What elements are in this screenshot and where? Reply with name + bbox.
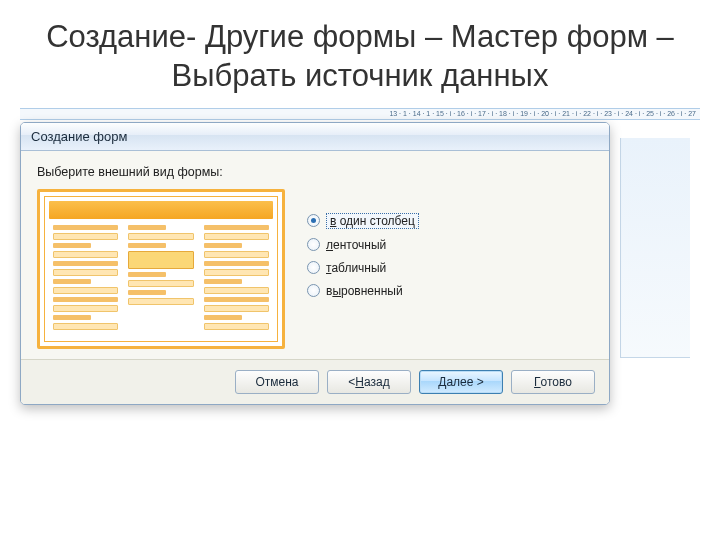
option-label: выровненный xyxy=(326,284,403,298)
finish-button[interactable]: Готово xyxy=(511,370,595,394)
worksheet-background xyxy=(620,138,690,358)
radio-icon xyxy=(307,238,320,251)
option-label: ленточный xyxy=(326,238,386,252)
instruction-text: Выберите внешний вид формы: xyxy=(37,165,593,179)
option-columnar[interactable]: в один столбец xyxy=(307,213,419,229)
layout-preview xyxy=(37,189,285,349)
next-button[interactable]: Далее > xyxy=(419,370,503,394)
option-tabular[interactable]: ленточный xyxy=(307,238,419,252)
option-datasheet[interactable]: табличный xyxy=(307,261,419,275)
dialog-body: Выберите внешний вид формы: xyxy=(21,151,609,359)
layout-options: в один столбец ленточный табличный выров… xyxy=(307,189,419,298)
dialog-title: Создание форм xyxy=(31,129,127,144)
dialog-button-bar: Отмена < Назад Далее > Готово xyxy=(21,359,609,404)
option-label: табличный xyxy=(326,261,386,275)
radio-icon xyxy=(307,214,320,227)
back-button[interactable]: < Назад xyxy=(327,370,411,394)
radio-icon xyxy=(307,261,320,274)
option-justified[interactable]: выровненный xyxy=(307,284,419,298)
option-label: в один столбец xyxy=(326,213,419,229)
dialog-titlebar[interactable]: Создание форм xyxy=(21,123,609,151)
editor-canvas: 13 · 1 · 14 · 1 · 15 · i · 16 · i · 17 ·… xyxy=(20,108,700,405)
horizontal-ruler: 13 · 1 · 14 · 1 · 15 · i · 16 · i · 17 ·… xyxy=(20,108,700,120)
form-wizard-dialog: Создание форм Выберите внешний вид формы… xyxy=(20,122,610,405)
cancel-button[interactable]: Отмена xyxy=(235,370,319,394)
slide-title: Создание- Другие формы – Мастер форм – В… xyxy=(0,0,720,108)
radio-icon xyxy=(307,284,320,297)
